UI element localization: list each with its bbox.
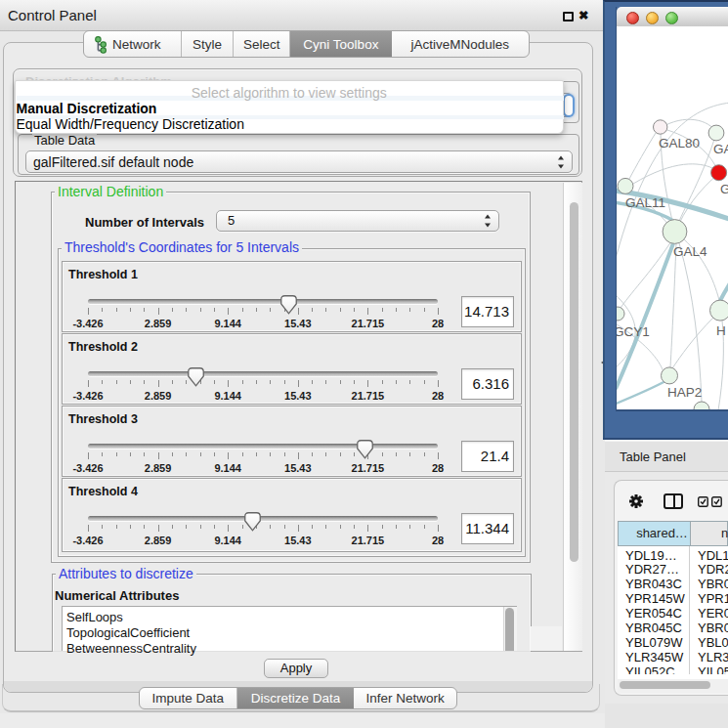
svg-text:H: H [716,323,726,338]
svg-text:HAP2: HAP2 [667,385,702,400]
svg-text:GAL4: GAL4 [673,244,707,259]
svg-text:GA: GA [713,142,728,156]
svg-text:GAL11: GAL11 [625,195,665,210]
svg-text:GCY1: GCY1 [617,324,650,339]
svg-text:GC: GC [720,182,728,196]
svg-text:GAL80: GAL80 [659,136,700,150]
